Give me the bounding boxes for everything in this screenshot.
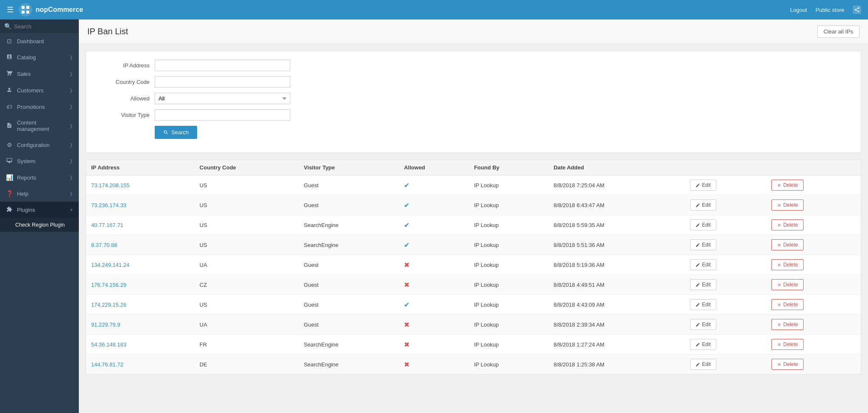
col-date-added: Date Added — [548, 160, 685, 175]
allowed-select[interactable]: All Yes No — [155, 93, 290, 104]
reports-icon: 📊 — [6, 174, 13, 181]
sidebar-item-promotions[interactable]: 🏷 Promotions ❯ — [0, 99, 79, 115]
cell-found-by: IP Lookup — [469, 355, 548, 374]
edit-button[interactable]: Edit — [690, 319, 716, 330]
ip-address-link[interactable]: 8.37.70.88 — [91, 242, 117, 248]
cell-country: DE — [195, 355, 299, 374]
cell-country: UA — [195, 255, 299, 275]
edit-button[interactable]: Edit — [690, 339, 716, 350]
sidebar-item-sales[interactable]: Sales ❯ — [0, 66, 79, 82]
search-row: Search — [99, 126, 848, 139]
cell-found-by: IP Lookup — [469, 255, 548, 275]
delete-button[interactable]: Delete — [771, 339, 804, 350]
cell-delete-action: Delete — [766, 215, 861, 235]
sidebar-item-plugins[interactable]: Plugins ▾ — [0, 202, 79, 218]
ip-address-link[interactable]: 176.74.156.29 — [91, 282, 126, 288]
public-store-link[interactable]: Public store — [815, 7, 844, 13]
edit-button[interactable]: Edit — [690, 219, 716, 230]
cell-found-by: IP Lookup — [469, 215, 548, 235]
cell-ip: 134.249.141.24 — [86, 255, 195, 275]
page-title: IP Ban List — [87, 27, 128, 36]
delete-button[interactable]: Delete — [771, 219, 804, 230]
cell-delete-action: Delete — [766, 235, 861, 255]
col-visitor-type: Visitor Type — [299, 160, 399, 175]
sidebar-item-system[interactable]: System ❯ — [0, 153, 79, 169]
cell-edit-action: Edit — [685, 295, 766, 315]
cell-date-added: 8/8/2018 7:25:04 AM — [548, 175, 685, 195]
sidebar-item-catalog[interactable]: Catalog ❯ — [0, 49, 79, 66]
ip-address-link[interactable]: 40.77.167.71 — [91, 222, 123, 228]
delete-button[interactable]: Delete — [771, 180, 804, 191]
sales-icon — [6, 70, 13, 78]
cell-ip: 174.229.15.26 — [86, 295, 195, 315]
allowed-check-icon: ✔ — [404, 301, 409, 308]
edit-button[interactable]: Edit — [690, 200, 716, 211]
cell-allowed: ✖ — [399, 255, 469, 275]
table-row: 40.77.167.71 US SearchEngine ✔ IP Lookup… — [86, 215, 861, 235]
sidebar-item-configuration[interactable]: ⚙ Configuration ❯ — [0, 137, 79, 153]
sidebar-label-content-management: Content management — [17, 119, 65, 132]
clear-all-ips-button[interactable]: Clear all IPs — [817, 25, 860, 38]
cell-country: US — [195, 235, 299, 255]
delete-button[interactable]: Delete — [771, 239, 804, 250]
ip-address-link[interactable]: 144.76.81.72 — [91, 361, 123, 368]
search-button[interactable]: Search — [155, 126, 197, 139]
ip-address-link[interactable]: 73.236.174.33 — [91, 202, 126, 208]
allowed-cross-icon: ✖ — [404, 341, 409, 348]
sidebar-item-customers[interactable]: Customers ❯ — [0, 82, 79, 99]
delete-button[interactable]: Delete — [771, 319, 804, 330]
logout-link[interactable]: Logout — [790, 7, 807, 13]
sidebar-label-promotions: Promotions — [17, 104, 65, 110]
edit-button[interactable]: Edit — [690, 299, 716, 310]
delete-button[interactable]: Delete — [771, 279, 804, 290]
filter-card: IP Address Country Code Allowed All Yes … — [86, 51, 861, 153]
hamburger-menu[interactable]: ☰ — [7, 5, 14, 14]
cell-date-added: 8/8/2018 1:27:24 AM — [548, 335, 685, 355]
sidebar-label-plugins: Plugins — [17, 207, 66, 213]
edit-button[interactable]: Edit — [690, 180, 716, 191]
cell-date-added: 8/8/2018 5:59:35 AM — [548, 215, 685, 235]
country-code-row: Country Code — [99, 76, 848, 88]
cell-edit-action: Edit — [685, 355, 766, 374]
cell-delete-action: Delete — [766, 355, 861, 374]
svg-rect-1 — [26, 6, 29, 9]
edit-button[interactable]: Edit — [690, 359, 716, 370]
edit-button[interactable]: Edit — [690, 279, 716, 290]
country-code-input[interactable] — [155, 76, 290, 88]
delete-button[interactable]: Delete — [771, 299, 804, 310]
table-row: 134.249.141.24 UA Guest ✖ IP Lookup 8/8/… — [86, 255, 861, 275]
share-icon[interactable] — [853, 6, 861, 14]
sidebar-item-dashboard[interactable]: ⊡ Dashboard — [0, 33, 79, 49]
cell-ip: 73.174.208.155 — [86, 175, 195, 195]
sidebar-item-reports[interactable]: 📊 Reports ❯ — [0, 169, 79, 186]
delete-button[interactable]: Delete — [771, 200, 804, 211]
ip-address-input[interactable] — [155, 60, 290, 71]
ip-address-link[interactable]: 73.174.208.155 — [91, 182, 129, 188]
reports-arrow: ❯ — [69, 175, 73, 180]
delete-button[interactable]: Delete — [771, 359, 804, 370]
cell-visitor-type: SearchEngine — [299, 355, 399, 374]
app-name: nopCommerce — [36, 6, 83, 14]
col-actions1 — [685, 160, 766, 175]
allowed-cross-icon: ✖ — [404, 261, 409, 269]
cell-found-by: IP Lookup — [469, 175, 548, 195]
cell-found-by: IP Lookup — [469, 315, 548, 335]
edit-button[interactable]: Edit — [690, 239, 716, 250]
sidebar-label-system: System — [17, 158, 65, 164]
visitor-type-input[interactable] — [155, 109, 290, 121]
sidebar-item-help[interactable]: ❓ Help ❯ — [0, 186, 79, 202]
edit-button[interactable]: Edit — [690, 259, 716, 270]
table-body: 73.174.208.155 US Guest ✔ IP Lookup 8/8/… — [86, 175, 861, 374]
delete-button[interactable]: Delete — [771, 259, 804, 270]
sidebar-sub-item-check-region-plugin[interactable]: Check Region Plugin — [0, 218, 79, 232]
search-input[interactable] — [14, 23, 75, 30]
ip-address-link[interactable]: 174.229.15.26 — [91, 302, 126, 308]
cell-visitor-type: Guest — [299, 175, 399, 195]
ip-address-link[interactable]: 91.229.79.9 — [91, 322, 120, 328]
ip-address-link[interactable]: 134.249.141.24 — [91, 262, 129, 268]
ip-address-link[interactable]: 54.36.148.183 — [91, 341, 126, 348]
svg-rect-2 — [22, 11, 25, 14]
cell-allowed: ✖ — [399, 275, 469, 295]
sidebar-item-content-management[interactable]: Content management ❯ — [0, 115, 79, 137]
cell-delete-action: Delete — [766, 195, 861, 215]
